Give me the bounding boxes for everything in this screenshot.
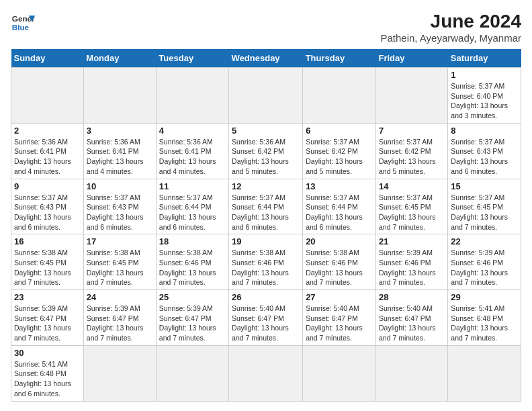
calendar-cell: 29Sunrise: 5:41 AM Sunset: 6:48 PM Dayli… [448, 290, 521, 346]
general-blue-logo-icon: General Blue [11, 11, 35, 35]
calendar-cell [83, 345, 156, 401]
calendar-cell: 26Sunrise: 5:40 AM Sunset: 6:47 PM Dayli… [229, 290, 303, 346]
day-info: Sunrise: 5:37 AM Sunset: 6:42 PM Dayligh… [379, 137, 445, 177]
title-area: June 2024 Pathein, Ayeyarwady, Myanmar [380, 11, 521, 44]
calendar-week-row: 2Sunrise: 5:36 AM Sunset: 6:41 PM Daylig… [11, 123, 521, 179]
day-info: Sunrise: 5:40 AM Sunset: 6:47 PM Dayligh… [232, 304, 300, 343]
calendar-cell [448, 345, 521, 401]
day-number: 29 [451, 292, 518, 302]
day-info: Sunrise: 5:37 AM Sunset: 6:40 PM Dayligh… [451, 81, 518, 121]
calendar-subtitle: Pathein, Ayeyarwady, Myanmar [380, 32, 521, 44]
calendar-week-row: 9Sunrise: 5:37 AM Sunset: 6:43 PM Daylig… [11, 179, 521, 234]
calendar-title: June 2024 [380, 11, 521, 32]
day-number: 1 [451, 70, 518, 80]
day-number: 8 [451, 126, 518, 136]
calendar-cell: 13Sunrise: 5:37 AM Sunset: 6:44 PM Dayli… [303, 179, 376, 234]
calendar-cell: 10Sunrise: 5:37 AM Sunset: 6:43 PM Dayli… [83, 179, 156, 234]
day-info: Sunrise: 5:38 AM Sunset: 6:46 PM Dayligh… [232, 248, 300, 287]
calendar-week-row: 23Sunrise: 5:39 AM Sunset: 6:47 PM Dayli… [11, 290, 521, 346]
calendar-cell: 16Sunrise: 5:38 AM Sunset: 6:45 PM Dayli… [11, 234, 84, 290]
day-number: 13 [306, 181, 373, 191]
day-number: 10 [87, 181, 153, 191]
day-number: 30 [14, 348, 81, 358]
day-info: Sunrise: 5:40 AM Sunset: 6:47 PM Dayligh… [306, 304, 373, 343]
day-info: Sunrise: 5:36 AM Sunset: 6:41 PM Dayligh… [87, 137, 153, 177]
day-number: 11 [159, 181, 226, 191]
calendar-cell: 2Sunrise: 5:36 AM Sunset: 6:41 PM Daylig… [11, 123, 84, 179]
calendar-cell [375, 345, 447, 401]
calendar-cell [156, 68, 228, 124]
calendar-cell [229, 345, 303, 401]
calendar-table: SundayMondayTuesdayWednesdayThursdayFrid… [11, 49, 521, 402]
calendar-cell: 25Sunrise: 5:39 AM Sunset: 6:47 PM Dayli… [156, 290, 228, 346]
day-info: Sunrise: 5:40 AM Sunset: 6:47 PM Dayligh… [379, 304, 445, 343]
day-info: Sunrise: 5:37 AM Sunset: 6:43 PM Dayligh… [14, 193, 81, 232]
day-number: 12 [232, 181, 300, 191]
day-info: Sunrise: 5:37 AM Sunset: 6:44 PM Dayligh… [232, 193, 300, 232]
day-info: Sunrise: 5:37 AM Sunset: 6:43 PM Dayligh… [87, 193, 153, 232]
day-number: 26 [232, 292, 300, 302]
calendar-week-row: 1Sunrise: 5:37 AM Sunset: 6:40 PM Daylig… [11, 68, 521, 124]
calendar-cell: 7Sunrise: 5:37 AM Sunset: 6:42 PM Daylig… [375, 123, 447, 179]
day-number: 18 [159, 236, 226, 246]
day-info: Sunrise: 5:39 AM Sunset: 6:47 PM Dayligh… [87, 304, 153, 343]
day-of-week-header: Wednesday [229, 49, 303, 68]
day-info: Sunrise: 5:36 AM Sunset: 6:41 PM Dayligh… [159, 137, 226, 177]
day-info: Sunrise: 5:39 AM Sunset: 6:47 PM Dayligh… [14, 304, 81, 343]
day-number: 16 [14, 236, 81, 246]
calendar-cell [229, 68, 303, 124]
calendar-cell: 21Sunrise: 5:39 AM Sunset: 6:46 PM Dayli… [375, 234, 447, 290]
calendar-cell [11, 68, 84, 124]
calendar-cell: 15Sunrise: 5:37 AM Sunset: 6:45 PM Dayli… [448, 179, 521, 234]
day-info: Sunrise: 5:38 AM Sunset: 6:45 PM Dayligh… [87, 248, 153, 287]
day-info: Sunrise: 5:37 AM Sunset: 6:43 PM Dayligh… [451, 137, 518, 177]
calendar-week-row: 30Sunrise: 5:41 AM Sunset: 6:48 PM Dayli… [11, 345, 521, 401]
day-info: Sunrise: 5:37 AM Sunset: 6:45 PM Dayligh… [451, 193, 518, 232]
day-info: Sunrise: 5:39 AM Sunset: 6:47 PM Dayligh… [159, 304, 226, 343]
calendar-cell [83, 68, 156, 124]
logo: General Blue [11, 11, 35, 35]
calendar-cell: 17Sunrise: 5:38 AM Sunset: 6:45 PM Dayli… [83, 234, 156, 290]
day-number: 3 [87, 126, 153, 136]
day-info: Sunrise: 5:36 AM Sunset: 6:42 PM Dayligh… [232, 137, 300, 177]
calendar-cell: 28Sunrise: 5:40 AM Sunset: 6:47 PM Dayli… [375, 290, 447, 346]
day-number: 2 [14, 126, 81, 136]
calendar-cell: 11Sunrise: 5:37 AM Sunset: 6:44 PM Dayli… [156, 179, 228, 234]
day-number: 24 [87, 292, 153, 302]
calendar-cell: 18Sunrise: 5:38 AM Sunset: 6:46 PM Dayli… [156, 234, 228, 290]
calendar-week-row: 16Sunrise: 5:38 AM Sunset: 6:45 PM Dayli… [11, 234, 521, 290]
calendar-cell: 4Sunrise: 5:36 AM Sunset: 6:41 PM Daylig… [156, 123, 228, 179]
day-number: 22 [451, 236, 518, 246]
day-info: Sunrise: 5:38 AM Sunset: 6:46 PM Dayligh… [159, 248, 226, 287]
day-number: 25 [159, 292, 226, 302]
day-info: Sunrise: 5:41 AM Sunset: 6:48 PM Dayligh… [451, 304, 518, 343]
calendar-cell: 8Sunrise: 5:37 AM Sunset: 6:43 PM Daylig… [448, 123, 521, 179]
day-number: 28 [379, 292, 445, 302]
header: General Blue June 2024 Pathein, Ayeyarwa… [11, 11, 521, 44]
svg-text:Blue: Blue [12, 23, 30, 32]
day-number: 23 [14, 292, 81, 302]
calendar-cell: 1Sunrise: 5:37 AM Sunset: 6:40 PM Daylig… [448, 68, 521, 124]
day-number: 19 [232, 236, 300, 246]
day-info: Sunrise: 5:37 AM Sunset: 6:44 PM Dayligh… [306, 193, 373, 232]
day-info: Sunrise: 5:39 AM Sunset: 6:46 PM Dayligh… [451, 248, 518, 287]
calendar-cell: 20Sunrise: 5:38 AM Sunset: 6:46 PM Dayli… [303, 234, 376, 290]
day-info: Sunrise: 5:37 AM Sunset: 6:45 PM Dayligh… [379, 193, 445, 232]
day-info: Sunrise: 5:38 AM Sunset: 6:46 PM Dayligh… [306, 248, 373, 287]
calendar-cell: 24Sunrise: 5:39 AM Sunset: 6:47 PM Dayli… [83, 290, 156, 346]
calendar-cell [375, 68, 447, 124]
day-of-week-header: Thursday [303, 49, 376, 68]
day-number: 5 [232, 126, 300, 136]
calendar-cell: 6Sunrise: 5:37 AM Sunset: 6:42 PM Daylig… [303, 123, 376, 179]
day-info: Sunrise: 5:37 AM Sunset: 6:42 PM Dayligh… [306, 137, 373, 177]
calendar-cell: 9Sunrise: 5:37 AM Sunset: 6:43 PM Daylig… [11, 179, 84, 234]
day-info: Sunrise: 5:36 AM Sunset: 6:41 PM Dayligh… [14, 137, 81, 177]
day-of-week-header: Monday [83, 49, 156, 68]
day-of-week-header: Sunday [11, 49, 84, 68]
calendar-cell: 27Sunrise: 5:40 AM Sunset: 6:47 PM Dayli… [303, 290, 376, 346]
calendar-cell: 22Sunrise: 5:39 AM Sunset: 6:46 PM Dayli… [448, 234, 521, 290]
day-info: Sunrise: 5:37 AM Sunset: 6:44 PM Dayligh… [159, 193, 226, 232]
day-number: 4 [159, 126, 226, 136]
calendar-cell: 12Sunrise: 5:37 AM Sunset: 6:44 PM Dayli… [229, 179, 303, 234]
day-of-week-header: Tuesday [156, 49, 228, 68]
